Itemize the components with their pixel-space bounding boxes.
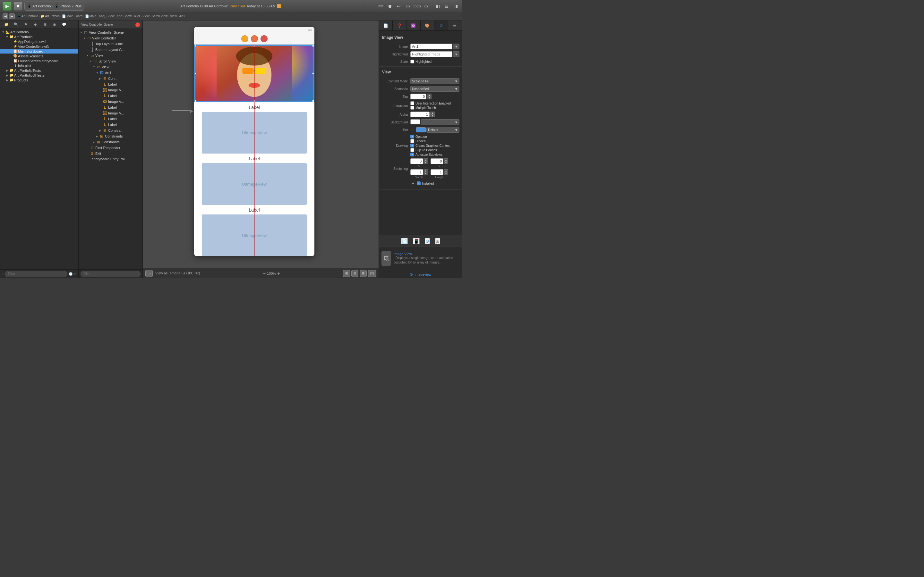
hidden-checkbox[interactable] bbox=[410, 139, 414, 143]
semantic-select[interactable]: Unspecified ▼ bbox=[410, 86, 459, 92]
breadcrumb-forward[interactable]: ▶ bbox=[9, 13, 15, 19]
navigator-icon[interactable]: ◧ bbox=[434, 2, 441, 10]
tree-item-tests-group[interactable]: ▶ 📁 Art PortfolioTests bbox=[0, 68, 78, 73]
nav-report-icon[interactable]: 💬 bbox=[60, 21, 68, 29]
zoom-in-button[interactable]: + bbox=[277, 271, 280, 276]
activity-icon[interactable]: ⏺ bbox=[386, 2, 394, 10]
scene-item-first-responder[interactable]: ⊙ First Responder bbox=[79, 145, 142, 151]
art1-image-selected[interactable] bbox=[194, 45, 314, 102]
breadcrumb-view-ene[interactable]: View...ene bbox=[107, 15, 122, 18]
scheme-selector[interactable]: 📱 Art Portfolio › 📱 iPhone 7 Plus bbox=[24, 2, 84, 11]
stretch-y-down[interactable]: ▼ bbox=[444, 161, 448, 164]
breadcrumb-view-oller[interactable]: View...oller bbox=[125, 15, 140, 18]
layout-icon[interactable]: ≡≡ bbox=[377, 2, 384, 10]
inspector-tab-quick-help[interactable]: ❓ bbox=[393, 21, 407, 31]
tag-increment[interactable]: ▲ bbox=[427, 93, 431, 97]
breadcrumb-view[interactable]: View bbox=[142, 15, 150, 18]
breadcrumb-main-storyboard[interactable]: 📄 Main...oard bbox=[62, 15, 82, 18]
multiple-touch-checkbox[interactable] bbox=[410, 106, 414, 110]
stretch-y-up[interactable]: ▲ bbox=[444, 158, 448, 161]
scene-item-label-2[interactable]: L Label bbox=[79, 93, 142, 99]
inspector-tab-attributes[interactable]: 🎨 bbox=[421, 21, 435, 31]
stretch-y-input[interactable] bbox=[431, 158, 443, 164]
inspector-tab-identity[interactable]: 🆔 bbox=[407, 21, 420, 31]
outline-close-button[interactable] bbox=[136, 23, 140, 27]
scene-item-constraints-1[interactable]: ▶ ⊞ Con... bbox=[79, 76, 142, 81]
alpha-increment[interactable]: ▲ bbox=[430, 111, 435, 114]
zoom-out-button[interactable]: − bbox=[263, 271, 266, 276]
navigator-filter-input[interactable] bbox=[5, 271, 67, 277]
canvas-tool-3[interactable]: ⊞ bbox=[360, 270, 367, 277]
stretch-x-up[interactable]: ▲ bbox=[423, 158, 428, 161]
tree-item-appdelegate[interactable]: ⚡ AppDelegate.swift bbox=[0, 39, 78, 44]
alpha-decrement[interactable]: ▼ bbox=[430, 114, 435, 117]
inspector-tab-size[interactable]: ⊙ bbox=[435, 21, 448, 31]
scene-item-label-4[interactable]: L Label bbox=[79, 116, 142, 122]
stretch-x-input[interactable] bbox=[410, 158, 423, 164]
tag-field[interactable] bbox=[410, 93, 426, 99]
breadcrumb-main-case[interactable]: 📄 Main...ase) bbox=[85, 15, 105, 18]
inspector-tab-connections[interactable]: ☰ bbox=[448, 21, 462, 31]
scene-item-top-layout[interactable]: ⎤ Top Layout Guide bbox=[79, 41, 142, 47]
inspector-bottom-grid-icon[interactable]: ⊞ bbox=[435, 238, 440, 244]
installed-plus-btn[interactable]: + bbox=[410, 181, 415, 186]
nav-issues-icon[interactable]: ⚑ bbox=[22, 21, 29, 29]
tint-select[interactable]: Default ▼ bbox=[426, 127, 459, 133]
highlighted-dropdown-btn[interactable]: ▼ bbox=[453, 51, 459, 57]
scene-item-view[interactable]: ▼ ▭ View bbox=[79, 53, 142, 58]
scene-item-constraints-3[interactable]: ▶ ⊞ Constraints bbox=[79, 139, 142, 145]
background-color-well[interactable] bbox=[410, 119, 420, 124]
tree-item-assets[interactable]: 🎨 Assets.xcassets bbox=[0, 53, 78, 58]
jump-icon[interactable]: ↩ bbox=[395, 2, 403, 10]
scene-item-label-1[interactable]: L Label bbox=[79, 81, 142, 87]
scene-item-vc-scene[interactable]: ▼ ◻ View Controller Scene bbox=[79, 29, 142, 35]
stretch-w-up[interactable]: ▲ bbox=[423, 169, 428, 172]
nav-search-icon[interactable]: 🔍 bbox=[12, 21, 20, 29]
clip-bounds-checkbox[interactable] bbox=[410, 148, 414, 152]
state-checkbox[interactable] bbox=[410, 60, 414, 63]
canvas-layout-btn[interactable]: ▭ bbox=[145, 270, 153, 277]
breadcrumb-art1[interactable]: Art1 bbox=[179, 15, 185, 18]
scene-item-scrollview[interactable]: ▼ ▭ Scroll View bbox=[79, 58, 142, 64]
nav-breakpoint-icon[interactable]: ◉ bbox=[51, 21, 58, 29]
tag-decrement[interactable]: ▼ bbox=[427, 97, 431, 99]
tree-item-products-group[interactable]: ▶ 📁 Products bbox=[0, 77, 78, 82]
stop-button[interactable]: ■ bbox=[13, 2, 23, 11]
uiimageview-1[interactable]: UIImageView bbox=[202, 112, 307, 153]
run-button[interactable]: ▶ bbox=[3, 2, 11, 11]
canvas-tool-2[interactable]: ⊟ bbox=[351, 270, 359, 277]
tree-item-main-storyboard[interactable]: 📋 Main.storyboard bbox=[0, 49, 78, 53]
autoresize-checkbox[interactable]: ✓ bbox=[410, 153, 414, 156]
editor-version-icon[interactable]: ▭ bbox=[422, 2, 430, 10]
navigator-sort-icon[interactable]: ⊞ bbox=[74, 272, 76, 276]
inspector-bottom-device-icon[interactable]: 📱 bbox=[413, 238, 420, 244]
uiimageview-3[interactable]: UIImageView bbox=[202, 214, 307, 256]
scene-item-constraints-2[interactable]: ▶ ⊞ Constraints bbox=[79, 133, 142, 139]
image-dropdown-btn[interactable]: ▼ bbox=[453, 44, 459, 49]
highlighted-field[interactable] bbox=[410, 51, 452, 57]
image-field[interactable] bbox=[410, 44, 452, 49]
user-interaction-checkbox[interactable] bbox=[410, 101, 414, 105]
tint-color-well[interactable] bbox=[416, 127, 426, 132]
scene-item-bottom-layout[interactable]: ⎦ Bottom Layout G... bbox=[79, 47, 142, 53]
alpha-field[interactable] bbox=[410, 111, 430, 117]
scene-item-constra[interactable]: ▶ ⊞ Constra... bbox=[79, 127, 142, 133]
scene-item-imageview-3[interactable]: 🖼 Image V... bbox=[79, 110, 142, 116]
scene-item-exit[interactable]: ⊗ Exit bbox=[79, 151, 142, 156]
tree-item-info-plist[interactable]: ℹ Info.plist bbox=[0, 63, 78, 68]
stretch-x-down[interactable]: ▼ bbox=[423, 161, 428, 164]
scene-item-art1[interactable]: ▼ 🖼 Art1 bbox=[79, 70, 142, 76]
scene-item-inner-view[interactable]: ▼ ▭ View bbox=[79, 64, 142, 70]
breadcrumb-back[interactable]: ◀ bbox=[3, 13, 8, 19]
breadcrumb-view2[interactable]: View bbox=[170, 15, 177, 18]
background-select[interactable]: ▼ bbox=[421, 119, 459, 125]
tree-item-launch-storyboard[interactable]: 📋 LaunchScreen.storyboard bbox=[0, 58, 78, 63]
breadcrumb-folder[interactable]: 📁 Art...rtfolio bbox=[40, 15, 60, 18]
tree-item-viewcontroller[interactable]: ⚡ ViewController.swift bbox=[0, 44, 78, 49]
debug-icon[interactable]: ⊟ bbox=[443, 2, 451, 10]
clears-graphics-checkbox[interactable]: ✓ bbox=[410, 143, 414, 147]
canvas-tool-1[interactable]: ⊞ bbox=[343, 270, 350, 277]
tree-item-art-portfolio-group[interactable]: ▼ 📁 Art Portfolio bbox=[0, 34, 78, 39]
outline-filter-input[interactable] bbox=[81, 271, 141, 277]
stretch-h-input[interactable] bbox=[431, 169, 443, 175]
